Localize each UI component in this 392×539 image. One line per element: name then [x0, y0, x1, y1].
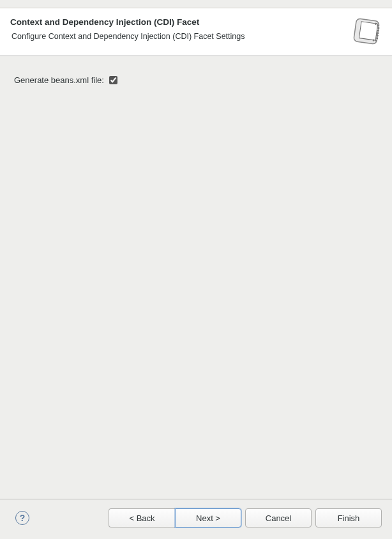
button-group: < Back Next > Cancel Finish: [109, 508, 382, 528]
dialog-footer: ? < Back Next > Cancel Finish: [0, 499, 392, 539]
generate-beans-checkbox[interactable]: [109, 76, 117, 84]
dialog-header: Context and Dependency Injection (CDI) F…: [0, 8, 392, 56]
generate-beans-label: Generate beans.xml file:: [14, 75, 104, 85]
next-button[interactable]: Next >: [175, 508, 241, 528]
help-icon[interactable]: ?: [15, 511, 29, 525]
back-button[interactable]: < Back: [109, 508, 175, 528]
dialog-content: Generate beans.xml file:: [0, 56, 392, 499]
nav-button-pair: < Back Next >: [109, 508, 241, 528]
finish-button[interactable]: Finish: [315, 508, 382, 528]
window-titlebar: [0, 0, 392, 8]
header-text-block: Context and Dependency Injection (CDI) F…: [10, 17, 245, 41]
dialog-subtitle: Configure Context and Dependency Injecti…: [11, 32, 245, 41]
dialog-title: Context and Dependency Injection (CDI) F…: [10, 17, 245, 27]
cancel-button[interactable]: Cancel: [245, 508, 312, 528]
generate-beans-row: Generate beans.xml file:: [14, 75, 378, 85]
facet-icon: [352, 17, 382, 47]
